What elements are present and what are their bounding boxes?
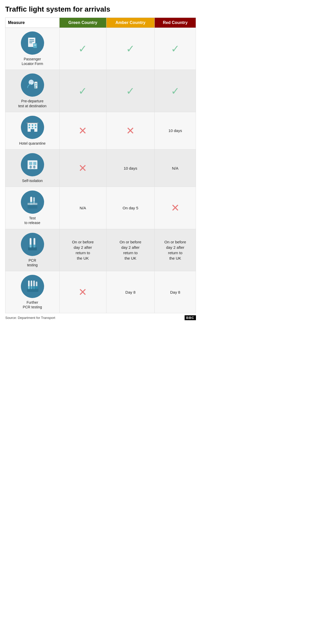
col-header-amber: Amber Country: [106, 18, 155, 28]
svg-rect-38: [28, 247, 37, 250]
measure-icon-test-to-release: [21, 191, 44, 214]
cell-value: N/A: [80, 206, 86, 210]
table-row: Hotel quarantine ✕ ✕ 10 days: [5, 112, 196, 149]
svg-rect-13: [29, 124, 30, 126]
measure-cell-pcr-testing: PCRtesting: [5, 229, 60, 271]
measure-label-test-to-release: Testto release: [7, 216, 57, 225]
amber-cell-test-to-release: On day 5: [106, 187, 155, 229]
cross-icon: ✕: [171, 202, 180, 213]
page-title: Traffic light system for arrivals: [5, 5, 196, 13]
svg-rect-10: [35, 85, 37, 86]
svg-rect-14: [32, 124, 33, 126]
green-cell-hotel-quarantine: ✕: [60, 112, 106, 149]
col-header-green: Green Country: [60, 18, 106, 28]
cell-value: On or beforeday 2 afterreturn tothe UK: [120, 240, 141, 260]
amber-cell-passenger-locator: ✓: [106, 28, 155, 70]
svg-rect-23: [33, 162, 36, 165]
measure-icon-self-isolation: [21, 153, 44, 176]
svg-rect-18: [35, 127, 36, 128]
svg-point-36: [30, 238, 31, 239]
measure-label-further-pcr: FurtherPCR testing: [7, 300, 57, 309]
table-row: Self-isolation ✕ 10 days N/A: [5, 149, 196, 187]
amber-cell-pre-departure: ✓: [106, 70, 155, 112]
table-row: FurtherPCR testing ✕ Day 8 Day 8: [5, 271, 196, 313]
red-cell-pre-departure: ✓: [155, 70, 196, 112]
amber-cell-self-isolation: 10 days: [106, 149, 155, 187]
green-cell-test-to-release: N/A: [60, 187, 106, 229]
measure-cell-passenger-locator: PassengerLocator Form: [5, 28, 60, 70]
table-row: Testto release N/A On day 5 ✕: [5, 187, 196, 229]
footer-source: Source: Department for Transport: [5, 313, 155, 320]
col-header-measure: Measure: [5, 18, 60, 28]
main-table: Measure Green Country Amber Country Red …: [5, 18, 196, 320]
green-cell-pre-departure: ✓: [60, 70, 106, 112]
svg-rect-16: [29, 127, 30, 128]
green-cell-passenger-locator: ✓: [60, 28, 106, 70]
measure-label-pcr-testing: PCRtesting: [7, 258, 57, 267]
measure-cell-test-to-release: Testto release: [5, 187, 60, 229]
svg-rect-17: [32, 127, 33, 128]
table-row: PassengerLocator Form ✓ ✓ ✓: [5, 28, 196, 70]
measure-cell-further-pcr: FurtherPCR testing: [5, 271, 60, 313]
cross-icon: ✕: [78, 286, 87, 298]
cross-icon: ✕: [126, 125, 135, 136]
svg-rect-31: [28, 203, 37, 205]
measure-icon-pcr-testing: [21, 233, 44, 256]
svg-point-11: [34, 86, 36, 88]
measure-icon-passenger-locator: [21, 31, 44, 55]
amber-cell-hotel-quarantine: ✕: [106, 112, 155, 149]
measure-icon-further-pcr: [21, 275, 44, 298]
svg-rect-47: [27, 289, 38, 292]
check-icon: ✓: [126, 85, 135, 97]
green-cell-pcr-testing: On or beforeday 2 afterreturn tothe UK: [60, 229, 106, 271]
cross-icon: ✕: [78, 162, 87, 174]
measure-label-passenger-locator: PassengerLocator Form: [7, 57, 57, 66]
col-header-red: Red Country: [155, 18, 196, 28]
check-icon: ✓: [78, 85, 87, 97]
measure-icon-pre-departure: [21, 73, 44, 97]
green-cell-self-isolation: ✕: [60, 149, 106, 187]
measure-label-self-isolation: Self-isolation: [7, 178, 57, 183]
check-icon: ✓: [126, 43, 135, 54]
measure-icon-hotel-quarantine: [21, 116, 44, 139]
cross-icon: ✕: [78, 125, 87, 136]
red-cell-hotel-quarantine: 10 days: [155, 112, 196, 149]
svg-rect-9: [35, 83, 37, 84]
check-icon: ✓: [171, 43, 180, 54]
table-row: Pre-departuretest at destination ✓ ✓ ✓: [5, 70, 196, 112]
cell-value: On or beforeday 2 afterreturn tothe UK: [72, 240, 94, 260]
cell-value: Day 8: [170, 290, 180, 294]
measure-label-pre-departure: Pre-departuretest at destination: [7, 99, 57, 108]
red-cell-passenger-locator: ✓: [155, 28, 196, 70]
svg-point-37: [34, 238, 35, 239]
cell-value: 10 days: [124, 166, 137, 170]
cell-value: On day 5: [122, 206, 138, 210]
svg-rect-19: [31, 129, 34, 132]
red-cell-pcr-testing: On or beforeday 2 afterreturn tothe UK: [155, 229, 196, 271]
bbc-logo: BBC: [155, 313, 196, 320]
red-cell-test-to-release: ✕: [155, 187, 196, 229]
measure-cell-hotel-quarantine: Hotel quarantine: [5, 112, 60, 149]
amber-cell-further-pcr: Day 8: [106, 271, 155, 313]
red-cell-self-isolation: N/A: [155, 149, 196, 187]
amber-cell-pcr-testing: On or beforeday 2 afterreturn tothe UK: [106, 229, 155, 271]
cell-value: Day 8: [125, 290, 135, 294]
check-icon: ✓: [78, 43, 87, 54]
red-cell-further-pcr: Day 8: [155, 271, 196, 313]
measure-label-hotel-quarantine: Hotel quarantine: [7, 141, 57, 146]
green-cell-further-pcr: ✕: [60, 271, 106, 313]
svg-rect-15: [35, 124, 36, 126]
cell-value: N/A: [172, 166, 178, 170]
check-icon: ✓: [171, 85, 180, 97]
svg-rect-22: [29, 162, 32, 165]
measure-cell-self-isolation: Self-isolation: [5, 149, 60, 187]
cell-value: On or beforeday 2 afterreturn tothe UK: [164, 240, 186, 260]
bbc-logo-text: BBC: [185, 315, 196, 320]
table-row: PCRtesting On or beforeday 2 afterreturn…: [5, 229, 196, 271]
measure-cell-pre-departure: Pre-departuretest at destination: [5, 70, 60, 112]
cell-value: 10 days: [168, 128, 182, 133]
